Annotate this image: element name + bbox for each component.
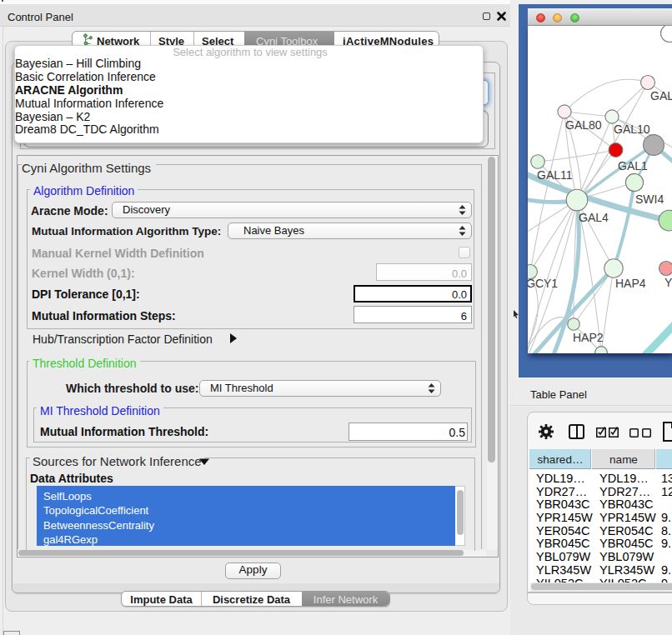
svg-text:GAL11: GAL11 (537, 168, 573, 182)
svg-text:GAL10: GAL10 (614, 122, 650, 136)
svg-text:HAP4: HAP4 (615, 277, 646, 290)
svg-text:GAL4: GAL4 (579, 211, 609, 224)
svg-text:SWI4: SWI4 (635, 192, 664, 206)
svg-text:GAL80: GAL80 (565, 118, 602, 132)
svg-text:GAL1: GAL1 (618, 159, 648, 172)
svg-text:GAL: GAL (650, 89, 672, 102)
svg-text:GCY1: GCY1 (528, 277, 558, 290)
svg-text:Y: Y (664, 276, 672, 289)
svg-text:HAP2: HAP2 (573, 331, 604, 344)
